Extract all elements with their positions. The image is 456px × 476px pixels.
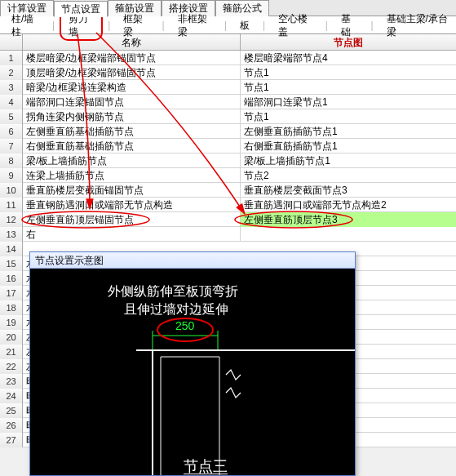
cell-name[interactable]: 端部洞口连梁锚固节点 bbox=[23, 95, 241, 109]
row-number: 16 bbox=[0, 271, 23, 286]
sub-tab-slab[interactable]: 板 bbox=[232, 17, 258, 33]
row-number: 4 bbox=[0, 95, 23, 109]
table-row[interactable]: 2顶层暗梁/边框梁端部锚固节点节点1 bbox=[0, 65, 456, 80]
cell-name[interactable]: 右侧垂直筋基础插筋节点 bbox=[23, 139, 241, 153]
cell-name[interactable]: 暗梁/边框梁遇连梁构造 bbox=[23, 80, 241, 95]
row-number: 18 bbox=[0, 300, 23, 315]
table-row[interactable]: 6左侧垂直筋基础插筋节点左侧垂直筋插筋节点1 bbox=[0, 124, 456, 139]
cell-node[interactable]: 节点2 bbox=[241, 168, 456, 183]
table-row[interactable]: 8梁/板上墙插筋节点梁/板上墙插筋节点1 bbox=[0, 153, 456, 168]
cell-node[interactable]: 楼层暗梁端部节点4 bbox=[241, 51, 456, 65]
svg-point-8 bbox=[157, 318, 213, 341]
cell-node[interactable]: 节点1 bbox=[241, 109, 456, 124]
cell-name[interactable]: 左侧垂直筋基础插筋节点 bbox=[23, 124, 241, 139]
row-number: 17 bbox=[0, 286, 23, 300]
cell-node[interactable]: 节点1 bbox=[241, 80, 456, 95]
cell-name[interactable]: 垂直筋楼层变截面锚固节点 bbox=[23, 183, 241, 198]
grid-header-rownum bbox=[0, 34, 23, 50]
row-number: 23 bbox=[0, 374, 23, 389]
cell-node[interactable]: 右侧垂直筋插筋节点1 bbox=[241, 139, 456, 153]
top-tab-formula[interactable]: 箍筋公式 bbox=[215, 0, 269, 16]
table-row[interactable]: 9连梁上墙插筋节点节点2 bbox=[0, 168, 456, 183]
row-number: 25 bbox=[0, 403, 23, 418]
row-number: 2 bbox=[0, 65, 23, 80]
row-number: 24 bbox=[0, 389, 23, 403]
row-number: 20 bbox=[0, 330, 23, 345]
cell-node[interactable]: 垂直筋遇洞口或端部无节点构造2 bbox=[241, 198, 456, 212]
row-number: 8 bbox=[0, 153, 23, 168]
row-number: 14 bbox=[0, 242, 23, 256]
cell-node[interactable]: 左侧垂直筋顶层节点3 bbox=[241, 212, 456, 227]
cell-name[interactable]: 垂直钢筋遇洞口或端部无节点构造 bbox=[23, 198, 241, 212]
grid-header: 名称 节点图 bbox=[0, 34, 456, 51]
row-number: 21 bbox=[0, 345, 23, 359]
cell-node[interactable]: 节点1 bbox=[241, 65, 456, 80]
table-row[interactable]: 13右 bbox=[0, 227, 456, 242]
row-number: 1 bbox=[0, 51, 23, 65]
cell-name[interactable]: 楼层暗梁/边框梁端部锚固节点 bbox=[23, 51, 241, 65]
grid-header-node[interactable]: 节点图 bbox=[241, 34, 456, 50]
row-number: 12 bbox=[0, 212, 23, 227]
row-number: 10 bbox=[0, 183, 23, 198]
row-number: 6 bbox=[0, 124, 23, 139]
row-number: 9 bbox=[0, 168, 23, 183]
table-row[interactable]: 12左侧垂直筋顶层锚固节点左侧垂直筋顶层节点3 bbox=[0, 212, 456, 227]
cell-node[interactable]: 梁/板上墙插筋节点1 bbox=[241, 153, 456, 168]
row-number: 13 bbox=[0, 227, 23, 242]
cell-name[interactable]: 拐角连梁内侧钢筋节点 bbox=[23, 109, 241, 124]
table-row[interactable]: 10垂直筋楼层变截面锚固节点垂直筋楼层变截面节点3 bbox=[0, 183, 456, 198]
cell-name[interactable]: 梁/板上墙插筋节点 bbox=[23, 153, 241, 168]
row-number: 22 bbox=[0, 359, 23, 374]
cell-node[interactable]: 左侧垂直筋插筋节点1 bbox=[241, 124, 456, 139]
table-row[interactable]: 11垂直钢筋遇洞口或端部无节点构造垂直筋遇洞口或端部无节点构造2 bbox=[0, 198, 456, 212]
cell-name[interactable]: 顶层暗梁/边框梁端部锚固节点 bbox=[23, 65, 241, 80]
table-row[interactable]: 3暗梁/边框梁遇连梁构造节点1 bbox=[0, 80, 456, 95]
cell-name[interactable]: 右 bbox=[23, 227, 241, 242]
diagram-caption: 节点三 bbox=[184, 456, 228, 475]
cell-node[interactable]: 垂直筋楼层变截面节点3 bbox=[241, 183, 456, 198]
row-number: 11 bbox=[0, 198, 23, 212]
diagram-popup[interactable]: 节点设置示意图 外侧纵筋伸至板顶弯折 且伸过墙对边延伸 250 节点三 bbox=[29, 251, 356, 476]
row-number: 26 bbox=[0, 418, 23, 433]
table-row[interactable]: 4端部洞口连梁锚固节点端部洞口连梁节点1 bbox=[0, 95, 456, 109]
sub-tab-bar: 柱/墙柱| 剪力墙| 框架梁| 非框架梁| 板| 空心楼盖| 基础| 基础主梁/… bbox=[0, 16, 456, 34]
diagram-canvas: 外侧纵筋伸至板顶弯折 且伸过墙对边延伸 250 节点三 bbox=[30, 269, 355, 475]
row-number: 3 bbox=[0, 80, 23, 95]
diagram-popup-title: 节点设置示意图 bbox=[30, 252, 355, 269]
diagram-svg bbox=[30, 269, 355, 475]
row-number: 5 bbox=[0, 109, 23, 124]
row-number: 19 bbox=[0, 315, 23, 330]
row-number: 7 bbox=[0, 139, 23, 153]
cell-name[interactable]: 左侧垂直筋顶层锚固节点 bbox=[23, 212, 241, 227]
top-tab-node[interactable]: 节点设置 bbox=[54, 1, 108, 17]
cell-node[interactable]: 端部洞口连梁节点1 bbox=[241, 95, 456, 109]
table-row[interactable]: 7右侧垂直筋基础插筋节点右侧垂直筋插筋节点1 bbox=[0, 139, 456, 153]
table-row[interactable]: 1楼层暗梁/边框梁端部锚固节点楼层暗梁端部节点4 bbox=[0, 51, 456, 65]
cell-name[interactable]: 连梁上墙插筋节点 bbox=[23, 168, 241, 183]
row-number: 27 bbox=[0, 433, 23, 447]
grid-header-name[interactable]: 名称 bbox=[23, 34, 241, 50]
row-number: 15 bbox=[0, 256, 23, 271]
table-row[interactable]: 5拐角连梁内侧钢筋节点节点1 bbox=[0, 109, 456, 124]
